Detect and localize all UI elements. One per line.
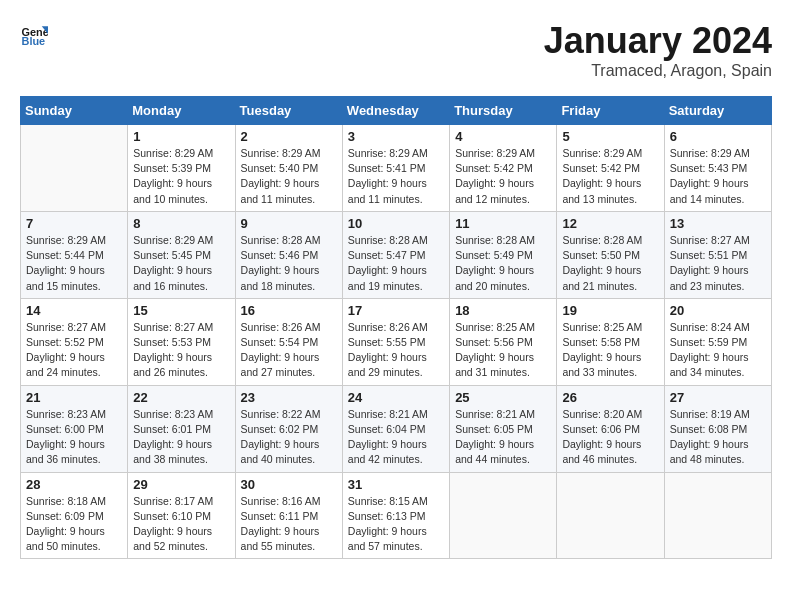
calendar-cell: 7Sunrise: 8:29 AMSunset: 5:44 PMDaylight… — [21, 211, 128, 298]
day-number: 30 — [241, 477, 337, 492]
calendar-cell: 5Sunrise: 8:29 AMSunset: 5:42 PMDaylight… — [557, 125, 664, 212]
calendar-cell: 9Sunrise: 8:28 AMSunset: 5:46 PMDaylight… — [235, 211, 342, 298]
day-number: 10 — [348, 216, 444, 231]
day-info: Sunrise: 8:29 AMSunset: 5:44 PMDaylight:… — [26, 233, 122, 294]
calendar-cell: 17Sunrise: 8:26 AMSunset: 5:55 PMDayligh… — [342, 298, 449, 385]
day-info: Sunrise: 8:19 AMSunset: 6:08 PMDaylight:… — [670, 407, 766, 468]
day-number: 28 — [26, 477, 122, 492]
calendar-week-3: 14Sunrise: 8:27 AMSunset: 5:52 PMDayligh… — [21, 298, 772, 385]
calendar-cell: 8Sunrise: 8:29 AMSunset: 5:45 PMDaylight… — [128, 211, 235, 298]
calendar-cell: 19Sunrise: 8:25 AMSunset: 5:58 PMDayligh… — [557, 298, 664, 385]
col-header-saturday: Saturday — [664, 97, 771, 125]
day-info: Sunrise: 8:26 AMSunset: 5:54 PMDaylight:… — [241, 320, 337, 381]
day-number: 1 — [133, 129, 229, 144]
day-number: 7 — [26, 216, 122, 231]
day-info: Sunrise: 8:17 AMSunset: 6:10 PMDaylight:… — [133, 494, 229, 555]
logo: General Blue — [20, 20, 48, 48]
calendar-cell: 4Sunrise: 8:29 AMSunset: 5:42 PMDaylight… — [450, 125, 557, 212]
calendar-cell: 14Sunrise: 8:27 AMSunset: 5:52 PMDayligh… — [21, 298, 128, 385]
day-info: Sunrise: 8:27 AMSunset: 5:53 PMDaylight:… — [133, 320, 229, 381]
day-number: 26 — [562, 390, 658, 405]
day-info: Sunrise: 8:23 AMSunset: 6:01 PMDaylight:… — [133, 407, 229, 468]
calendar-cell: 27Sunrise: 8:19 AMSunset: 6:08 PMDayligh… — [664, 385, 771, 472]
calendar-cell: 20Sunrise: 8:24 AMSunset: 5:59 PMDayligh… — [664, 298, 771, 385]
col-header-thursday: Thursday — [450, 97, 557, 125]
calendar-cell: 18Sunrise: 8:25 AMSunset: 5:56 PMDayligh… — [450, 298, 557, 385]
calendar-cell: 30Sunrise: 8:16 AMSunset: 6:11 PMDayligh… — [235, 472, 342, 559]
calendar-week-1: 1Sunrise: 8:29 AMSunset: 5:39 PMDaylight… — [21, 125, 772, 212]
day-number: 31 — [348, 477, 444, 492]
day-info: Sunrise: 8:29 AMSunset: 5:40 PMDaylight:… — [241, 146, 337, 207]
day-number: 5 — [562, 129, 658, 144]
day-info: Sunrise: 8:18 AMSunset: 6:09 PMDaylight:… — [26, 494, 122, 555]
calendar-cell: 16Sunrise: 8:26 AMSunset: 5:54 PMDayligh… — [235, 298, 342, 385]
day-info: Sunrise: 8:29 AMSunset: 5:43 PMDaylight:… — [670, 146, 766, 207]
day-number: 25 — [455, 390, 551, 405]
day-number: 6 — [670, 129, 766, 144]
col-header-friday: Friday — [557, 97, 664, 125]
day-info: Sunrise: 8:28 AMSunset: 5:50 PMDaylight:… — [562, 233, 658, 294]
day-number: 13 — [670, 216, 766, 231]
calendar-cell: 24Sunrise: 8:21 AMSunset: 6:04 PMDayligh… — [342, 385, 449, 472]
calendar-cell — [664, 472, 771, 559]
calendar-cell: 15Sunrise: 8:27 AMSunset: 5:53 PMDayligh… — [128, 298, 235, 385]
calendar-cell: 13Sunrise: 8:27 AMSunset: 5:51 PMDayligh… — [664, 211, 771, 298]
page-header: General Blue January 2024 Tramaced, Arag… — [20, 20, 772, 80]
day-number: 17 — [348, 303, 444, 318]
day-number: 16 — [241, 303, 337, 318]
calendar-week-5: 28Sunrise: 8:18 AMSunset: 6:09 PMDayligh… — [21, 472, 772, 559]
day-number: 24 — [348, 390, 444, 405]
day-number: 4 — [455, 129, 551, 144]
day-info: Sunrise: 8:24 AMSunset: 5:59 PMDaylight:… — [670, 320, 766, 381]
day-info: Sunrise: 8:27 AMSunset: 5:52 PMDaylight:… — [26, 320, 122, 381]
calendar-cell: 2Sunrise: 8:29 AMSunset: 5:40 PMDaylight… — [235, 125, 342, 212]
calendar-week-4: 21Sunrise: 8:23 AMSunset: 6:00 PMDayligh… — [21, 385, 772, 472]
day-info: Sunrise: 8:28 AMSunset: 5:46 PMDaylight:… — [241, 233, 337, 294]
day-number: 23 — [241, 390, 337, 405]
day-number: 3 — [348, 129, 444, 144]
day-number: 29 — [133, 477, 229, 492]
day-number: 11 — [455, 216, 551, 231]
calendar-header-row: SundayMondayTuesdayWednesdayThursdayFrid… — [21, 97, 772, 125]
day-info: Sunrise: 8:29 AMSunset: 5:41 PMDaylight:… — [348, 146, 444, 207]
day-info: Sunrise: 8:25 AMSunset: 5:56 PMDaylight:… — [455, 320, 551, 381]
day-info: Sunrise: 8:15 AMSunset: 6:13 PMDaylight:… — [348, 494, 444, 555]
day-number: 15 — [133, 303, 229, 318]
day-number: 27 — [670, 390, 766, 405]
day-number: 22 — [133, 390, 229, 405]
calendar-cell — [557, 472, 664, 559]
calendar-cell: 23Sunrise: 8:22 AMSunset: 6:02 PMDayligh… — [235, 385, 342, 472]
day-info: Sunrise: 8:21 AMSunset: 6:05 PMDaylight:… — [455, 407, 551, 468]
day-info: Sunrise: 8:21 AMSunset: 6:04 PMDaylight:… — [348, 407, 444, 468]
day-info: Sunrise: 8:28 AMSunset: 5:49 PMDaylight:… — [455, 233, 551, 294]
location-subtitle: Tramaced, Aragon, Spain — [544, 62, 772, 80]
day-info: Sunrise: 8:29 AMSunset: 5:45 PMDaylight:… — [133, 233, 229, 294]
logo-icon: General Blue — [20, 20, 48, 48]
day-info: Sunrise: 8:23 AMSunset: 6:00 PMDaylight:… — [26, 407, 122, 468]
calendar-table: SundayMondayTuesdayWednesdayThursdayFrid… — [20, 96, 772, 559]
calendar-cell: 3Sunrise: 8:29 AMSunset: 5:41 PMDaylight… — [342, 125, 449, 212]
col-header-sunday: Sunday — [21, 97, 128, 125]
day-number: 12 — [562, 216, 658, 231]
day-number: 8 — [133, 216, 229, 231]
calendar-cell: 28Sunrise: 8:18 AMSunset: 6:09 PMDayligh… — [21, 472, 128, 559]
calendar-week-2: 7Sunrise: 8:29 AMSunset: 5:44 PMDaylight… — [21, 211, 772, 298]
day-number: 20 — [670, 303, 766, 318]
calendar-cell: 25Sunrise: 8:21 AMSunset: 6:05 PMDayligh… — [450, 385, 557, 472]
svg-text:Blue: Blue — [22, 35, 46, 47]
calendar-cell: 1Sunrise: 8:29 AMSunset: 5:39 PMDaylight… — [128, 125, 235, 212]
calendar-cell — [21, 125, 128, 212]
day-number: 21 — [26, 390, 122, 405]
calendar-cell: 11Sunrise: 8:28 AMSunset: 5:49 PMDayligh… — [450, 211, 557, 298]
calendar-cell: 10Sunrise: 8:28 AMSunset: 5:47 PMDayligh… — [342, 211, 449, 298]
calendar-cell: 26Sunrise: 8:20 AMSunset: 6:06 PMDayligh… — [557, 385, 664, 472]
day-info: Sunrise: 8:22 AMSunset: 6:02 PMDaylight:… — [241, 407, 337, 468]
title-section: January 2024 Tramaced, Aragon, Spain — [544, 20, 772, 80]
calendar-cell: 29Sunrise: 8:17 AMSunset: 6:10 PMDayligh… — [128, 472, 235, 559]
col-header-monday: Monday — [128, 97, 235, 125]
col-header-wednesday: Wednesday — [342, 97, 449, 125]
calendar-cell: 31Sunrise: 8:15 AMSunset: 6:13 PMDayligh… — [342, 472, 449, 559]
month-year-title: January 2024 — [544, 20, 772, 62]
day-info: Sunrise: 8:29 AMSunset: 5:42 PMDaylight:… — [562, 146, 658, 207]
calendar-cell: 21Sunrise: 8:23 AMSunset: 6:00 PMDayligh… — [21, 385, 128, 472]
